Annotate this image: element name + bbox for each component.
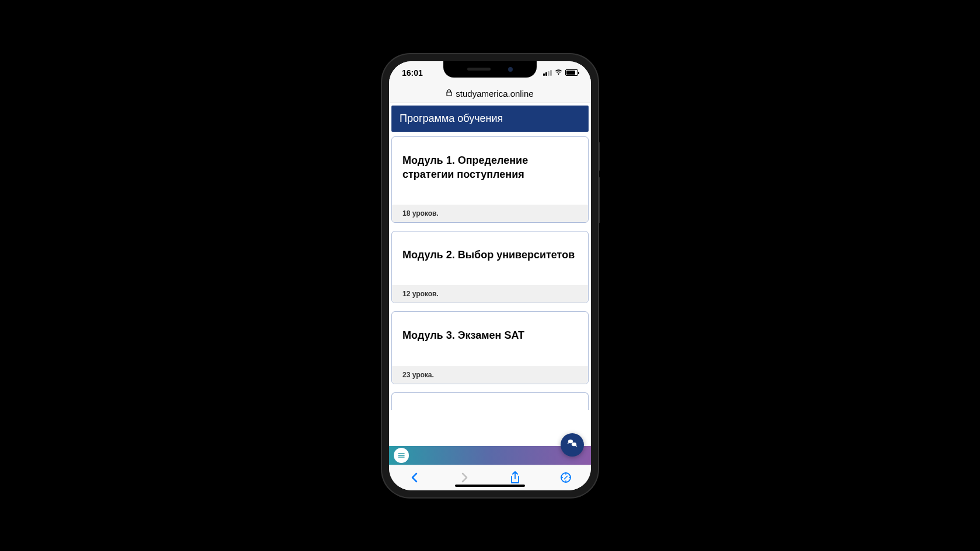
chat-button[interactable] <box>561 433 584 457</box>
tabs-button[interactable] <box>553 472 579 483</box>
chat-icon <box>566 438 579 451</box>
phone-speaker <box>467 68 491 71</box>
share-button[interactable] <box>502 471 528 484</box>
share-icon <box>510 471 520 484</box>
module-card[interactable]: Модуль 3. Экзамен SAT 23 урока. <box>391 311 589 384</box>
battery-icon <box>565 69 578 76</box>
module-title: Модуль 3. Экзамен SAT <box>392 312 588 366</box>
home-indicator[interactable] <box>455 485 525 487</box>
forward-button[interactable] <box>452 472 478 483</box>
status-right <box>543 69 578 77</box>
phone-screen: 16:01 studyamerica.online <box>389 61 591 490</box>
chevron-right-icon <box>461 472 469 483</box>
module-card[interactable]: Модуль 1. Определение стратегии поступле… <box>391 136 589 223</box>
module-lessons-count: 18 уроков. <box>392 205 588 222</box>
phone-side-button <box>598 177 600 223</box>
module-lessons-count: 23 урока. <box>392 366 588 384</box>
phone-side-button <box>598 142 600 171</box>
module-title: Модуль 1. Определение стратегии поступле… <box>392 137 588 205</box>
module-title: Модуль 2. Выбор университетов <box>392 231 588 285</box>
page-title: Программа обучения <box>400 113 503 124</box>
cellular-signal-icon <box>543 69 552 76</box>
phone-notch <box>443 61 537 78</box>
back-button[interactable] <box>401 472 427 483</box>
module-card[interactable]: Модуль 2. Выбор университетов 12 уроков. <box>391 231 589 303</box>
phone-camera-icon <box>508 67 513 72</box>
phone-device-frame: 16:01 studyamerica.online <box>382 54 598 497</box>
module-card[interactable] <box>391 392 589 410</box>
status-time: 16:01 <box>402 68 423 78</box>
wifi-icon <box>554 69 563 77</box>
url-domain-text: studyamerica.online <box>456 89 533 99</box>
module-lessons-count: 12 уроков. <box>392 285 588 303</box>
page-header: Программа обучения <box>391 106 589 132</box>
page-content[interactable]: Программа обучения Модуль 1. Определение… <box>389 103 591 465</box>
browser-url-bar[interactable]: studyamerica.online <box>389 85 591 103</box>
lock-icon <box>446 89 452 97</box>
chevron-left-icon <box>410 472 418 483</box>
menu-button[interactable] <box>394 448 409 463</box>
compass-icon <box>560 472 572 483</box>
